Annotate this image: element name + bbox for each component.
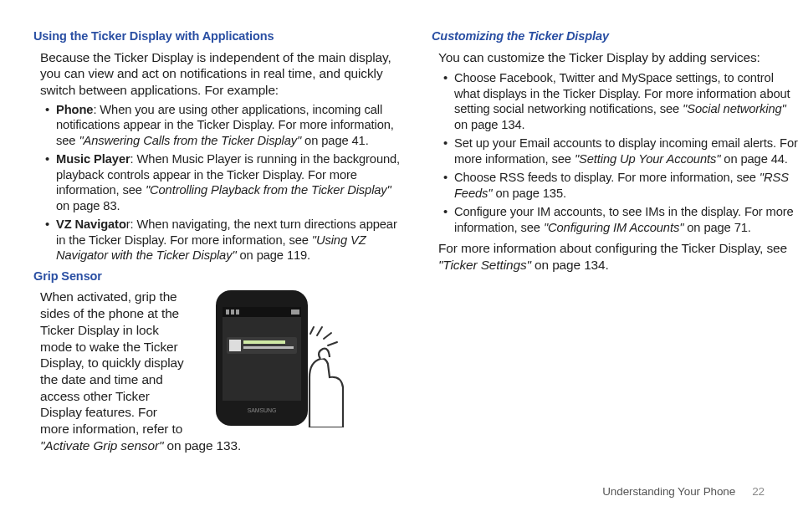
closing-tail: on page 134. [531, 258, 609, 272]
grip-tail: on page 133. [163, 438, 241, 453]
item-quote: "Setting Up Your Accounts" [575, 152, 720, 166]
intro-left: Because the Ticker Display is independen… [40, 49, 402, 99]
item-tail: on page 135. [492, 187, 566, 200]
phone-grip-icon: SAMSUNG [199, 285, 366, 427]
bullet-list-left: Phone: When you are using other applicat… [49, 102, 402, 263]
item-lead: VZ Navigato [56, 217, 126, 231]
svg-rect-4 [231, 309, 234, 315]
list-item: Set up your Email accounts to display in… [447, 136, 798, 166]
svg-line-13 [310, 327, 314, 334]
grip-quote: "Activate Grip sensor" [40, 438, 163, 453]
item-lead: Phone [56, 103, 93, 116]
heading-grip-sensor: Grip Sensor [33, 269, 402, 284]
item-pre: Choose RSS feeds to display. For more in… [454, 171, 760, 184]
svg-line-14 [317, 327, 322, 335]
item-lead: Music Player [56, 152, 130, 166]
item-quote: "Controlling Playback from the Ticker Di… [146, 183, 391, 197]
item-tail: on page 41. [301, 134, 368, 147]
item-quote: "Answering Calls from the Ticker Display… [79, 134, 301, 147]
right-column: Customizing the Ticker Display You can c… [432, 28, 798, 454]
item-tail: on page 44. [720, 152, 787, 166]
closing-paragraph: For more information about configuring t… [438, 240, 798, 273]
item-tail: on page 71. [683, 221, 750, 234]
footer-page-number: 22 [752, 484, 765, 499]
item-quote: "Configuring IM Accounts" [544, 221, 683, 234]
svg-rect-9 [243, 340, 285, 344]
list-item: Configure your IM accounts, to see IMs i… [447, 204, 798, 235]
page-footer: Understanding Your Phone 22 [602, 484, 765, 499]
list-item: Choose RSS feeds to display. For more in… [447, 170, 798, 201]
svg-rect-5 [236, 309, 239, 315]
grip-after: "Activate Grip sensor" on page 133. [40, 437, 402, 454]
heading-customizing: Customizing the Ticker Display [432, 28, 798, 44]
intro-right: You can customize the Ticker Display by … [438, 49, 798, 66]
svg-text:SAMSUNG: SAMSUNG [248, 407, 277, 413]
item-tail: on page 119. [237, 248, 311, 262]
heading-using-ticker: Using the Ticker Display with Applicatio… [33, 28, 402, 44]
footer-section: Understanding Your Phone [602, 484, 735, 499]
svg-rect-2 [223, 307, 301, 317]
page-content: Using the Ticker Display with Applicatio… [0, 0, 798, 454]
bullet-list-right: Choose Facebook, Twitter and MySpace set… [447, 70, 798, 235]
svg-rect-8 [229, 340, 241, 351]
svg-rect-3 [226, 309, 229, 315]
svg-rect-10 [243, 346, 294, 349]
item-tail: on page 134. [454, 118, 525, 131]
grip-row: When activated, grip the sides of the ph… [40, 289, 402, 437]
closing-quote: "Ticker Settings" [438, 258, 531, 272]
svg-line-16 [328, 342, 337, 345]
list-item: VZ Navigator: When navigating, the next … [49, 217, 402, 263]
grip-text: When activated, grip the sides of the ph… [40, 289, 187, 437]
item-tail: on page 83. [56, 199, 120, 212]
list-item: Music Player: When Music Player is runni… [49, 151, 402, 213]
svg-line-15 [324, 333, 331, 339]
svg-rect-6 [291, 309, 299, 315]
closing-pre: For more information about configuring t… [438, 241, 787, 255]
left-column: Using the Ticker Display with Applicatio… [33, 28, 402, 454]
list-item: Phone: When you are using other applicat… [49, 102, 402, 149]
list-item: Choose Facebook, Twitter and MySpace set… [447, 70, 798, 132]
grip-illustration: SAMSUNG [199, 285, 366, 432]
item-quote: "Social networking" [683, 102, 786, 115]
